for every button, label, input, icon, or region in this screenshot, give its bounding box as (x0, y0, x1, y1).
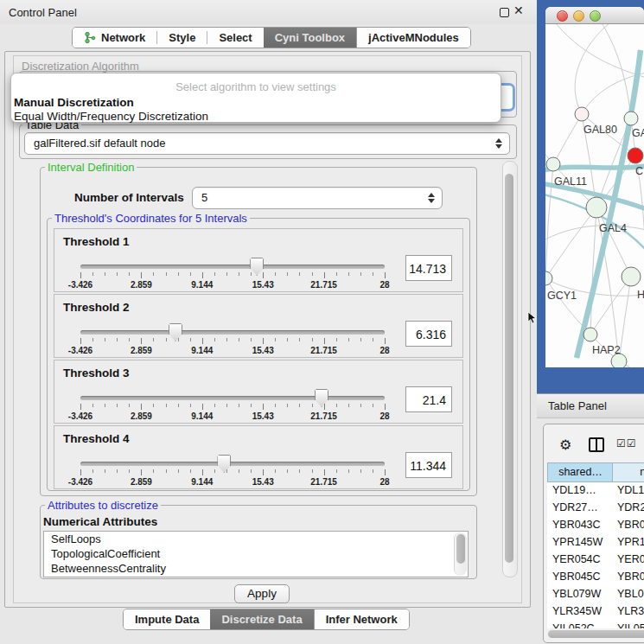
tab-impute-data-label: Impute Data (135, 613, 199, 626)
number-of-intervals-combo[interactable]: 5 (192, 187, 443, 209)
network-node[interactable] (575, 107, 589, 121)
network-node[interactable] (583, 328, 597, 341)
column-header-shared-name[interactable]: shared… (547, 462, 614, 482)
algorithm-item-equal-width[interactable]: Equal Width/Frequency Discretization (14, 110, 208, 123)
cell-shared-name: YER054C (552, 551, 601, 568)
table-horizontal-scrollbar[interactable] (548, 630, 644, 638)
slider-tick-label: 21.715 (310, 346, 337, 355)
table-row[interactable]: YLR345WYLR34 (547, 603, 644, 620)
threshold-2-slider-track[interactable] (80, 330, 385, 335)
list-scrollbar-thumb[interactable] (456, 534, 465, 564)
table-row[interactable]: YDL19…YDL19 (547, 481, 644, 499)
cell-shared-name: YBR043C (552, 516, 601, 533)
network-window: GAL80GAGAL11CGAL4GCY1HHAP2 (545, 7, 644, 367)
slider-tick (190, 272, 191, 276)
slider-tick (385, 272, 386, 278)
slider-tick (263, 404, 264, 410)
network-node[interactable] (546, 157, 560, 171)
tab-network[interactable]: Network (73, 28, 156, 48)
table-row[interactable]: YIL052CYIL05 (547, 620, 644, 628)
slider-tick-label: -3.426 (68, 280, 92, 290)
minimize-traffic-light-icon[interactable] (573, 10, 584, 22)
network-node[interactable] (622, 267, 641, 286)
attribute-list-item[interactable]: BetweennessCentrality (44, 561, 468, 576)
tab-style[interactable]: Style (157, 28, 207, 48)
network-edge-highlighted (545, 166, 644, 171)
tab-impute-data[interactable]: Impute Data (124, 609, 210, 629)
slider-tick (385, 404, 386, 410)
network-node[interactable] (624, 112, 638, 125)
threshold-3-value-field[interactable]: 21.4 (405, 386, 452, 412)
threshold-3-slider-track[interactable] (80, 396, 385, 400)
slider-tick-label: 21.715 (310, 280, 337, 290)
tab-discretize-data[interactable]: Discretize Data (210, 609, 313, 629)
network-edge (545, 164, 553, 278)
select-all-checkbox-icon[interactable]: ☑☑ (616, 437, 637, 450)
algorithm-prompt-item[interactable]: Select algorithm to view settings (11, 80, 501, 93)
network-node-label: GA (632, 127, 644, 139)
threshold-2-value-field[interactable]: 6.316 (405, 321, 452, 347)
panel-scrollbar[interactable] (502, 161, 518, 577)
network-canvas[interactable]: GAL80GAGAL11CGAL4GCY1HHAP2 (545, 24, 644, 367)
table-row[interactable]: YDR27…YDR27 (547, 499, 644, 516)
slider-tick-label: 15.43 (252, 280, 274, 290)
slider-tick (190, 469, 191, 473)
table-data-combo[interactable]: galFiltered.sif default node (24, 132, 510, 155)
control-panel-titlebar: Control Panel ✕ (0, 0, 537, 24)
slider-tick (312, 272, 313, 276)
slider-tick-label: 28 (379, 477, 389, 487)
network-icon (84, 31, 97, 44)
slider-tick (348, 469, 349, 473)
tab-infer-network[interactable]: Infer Network (315, 609, 409, 629)
table-row[interactable]: YBL079WYBL07 (547, 585, 644, 603)
threshold-1-slider-track[interactable] (80, 265, 385, 269)
slider-tick (129, 338, 130, 341)
column-header-name[interactable]: name (612, 462, 644, 482)
maximize-traffic-light-icon[interactable] (590, 10, 601, 22)
threshold-4-value-field[interactable]: 11.344 (405, 452, 452, 478)
slider-tick (239, 338, 239, 341)
network-node[interactable] (545, 271, 552, 285)
slider-tick (105, 338, 105, 341)
panel-scrollbar-thumb[interactable] (505, 174, 513, 563)
slider-tick (92, 404, 93, 407)
slider-tick-label: 21.715 (310, 411, 337, 421)
network-node[interactable] (586, 197, 607, 218)
tab-jactivemnodules-label: jActiveMNodules (368, 31, 459, 44)
algorithm-dropdown-popup: Select algorithm to view settings Manual… (10, 73, 501, 123)
tab-jactivemnodules[interactable]: jActiveMNodules (357, 28, 470, 48)
columns-icon[interactable] (589, 437, 604, 452)
slider-tick-label: 2.859 (131, 477, 152, 487)
close-traffic-light-icon[interactable] (557, 10, 568, 22)
slider-tick-label: 28 (379, 346, 389, 355)
numerical-attributes-list[interactable]: SelfLoopsTopologicalCoefficientBetweenne… (43, 531, 469, 577)
table-row[interactable]: YER054CYER05 (547, 551, 644, 568)
slider-tick (226, 404, 227, 407)
attribute-list-item[interactable]: SelfLoops (44, 532, 468, 546)
threshold-1-value-field[interactable]: 14.713 (405, 255, 452, 281)
slider-tick (251, 338, 252, 341)
threshold-3-ruler: -3.4262.8599.14415.4321.71528 (54, 404, 462, 421)
bottom-tab-bar: Impute Data Discretize Data Infer Networ… (123, 609, 410, 630)
list-scrollbar[interactable] (454, 532, 467, 576)
table-row[interactable]: YPR145WYPR14 (547, 533, 644, 551)
attribute-list-item[interactable]: TopologicalCoefficient (44, 546, 468, 561)
network-node[interactable] (628, 148, 643, 163)
close-panel-icon[interactable]: ✕ (513, 3, 524, 17)
table-row[interactable]: YBR045CYBR04 (547, 568, 644, 585)
slider-tick (275, 272, 276, 276)
apply-button[interactable]: Apply (234, 584, 290, 603)
float-window-icon[interactable] (500, 8, 509, 17)
tab-select[interactable]: Select (207, 28, 263, 48)
tab-cyni-toolbox[interactable]: Cyni Toolbox (264, 28, 356, 48)
gear-icon[interactable]: ⚙ (559, 437, 571, 453)
slider-tick-label: 9.144 (191, 477, 213, 487)
slider-tick (385, 469, 386, 475)
slider-tick (80, 272, 81, 278)
algorithm-item-manual[interactable]: Manual Discretization (14, 96, 134, 109)
tab-cyni-toolbox-label: Cyni Toolbox (275, 31, 345, 44)
threshold-2-panel: Threshold 2 -3.4262.8599.14415.4321.7152… (54, 294, 463, 358)
threshold-4-slider-track[interactable] (80, 462, 385, 466)
number-of-intervals-value: 5 (201, 191, 207, 204)
table-row[interactable]: YBR043CYBR04 (547, 516, 644, 533)
